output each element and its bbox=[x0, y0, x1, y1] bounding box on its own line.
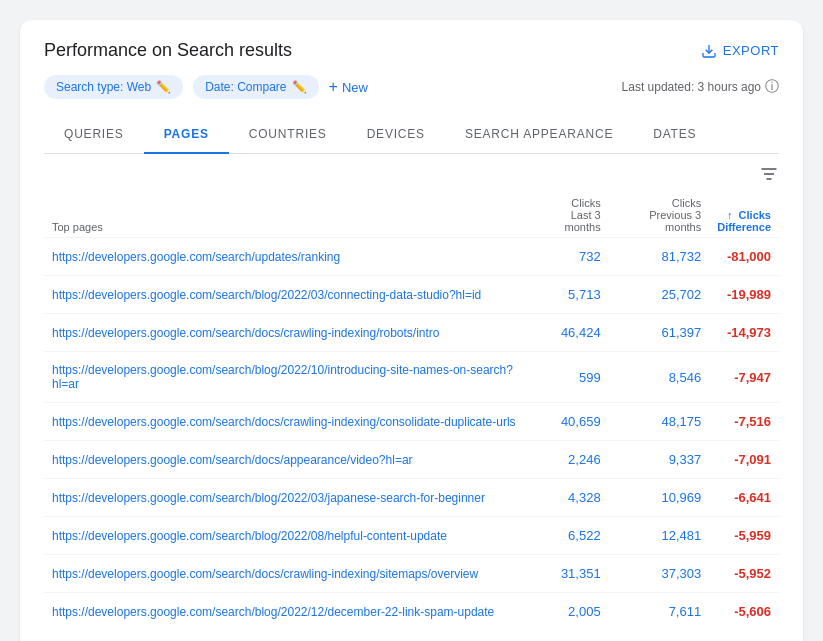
page-title: Performance on Search results bbox=[44, 40, 292, 61]
table-row: https://developers.google.com/search/doc… bbox=[44, 441, 779, 479]
cell-clicks-last: 46,424 bbox=[528, 314, 609, 352]
tab-queries[interactable]: QUERIES bbox=[44, 115, 144, 153]
cell-clicks-prev: 61,397 bbox=[609, 314, 710, 352]
cell-clicks-prev: 12,481 bbox=[609, 517, 710, 555]
table-row: https://developers.google.com/search/doc… bbox=[44, 555, 779, 593]
date-label: Date: Compare bbox=[205, 80, 286, 94]
search-type-filter[interactable]: Search type: Web ✏️ bbox=[44, 75, 183, 99]
cell-diff: -5,959 bbox=[709, 517, 779, 555]
col-header-clicks-prev: Clicks Previous 3 months bbox=[609, 193, 710, 238]
cell-clicks-last: 732 bbox=[528, 238, 609, 276]
cell-clicks-prev: 81,732 bbox=[609, 238, 710, 276]
cell-clicks-last: 2,005 bbox=[528, 593, 609, 631]
cell-diff: -7,516 bbox=[709, 403, 779, 441]
column-filter-icon[interactable] bbox=[759, 164, 779, 189]
cell-url[interactable]: https://developers.google.com/search/blo… bbox=[44, 517, 528, 555]
col-header-clicks-last: Clicks Last 3 months bbox=[528, 193, 609, 238]
search-type-label: Search type: Web bbox=[56, 80, 151, 94]
cell-clicks-last: 4,328 bbox=[528, 479, 609, 517]
cell-url[interactable]: https://developers.google.com/search/doc… bbox=[44, 441, 528, 479]
cell-clicks-prev: 7,611 bbox=[609, 593, 710, 631]
cell-diff: -7,947 bbox=[709, 352, 779, 403]
cell-clicks-last: 5,713 bbox=[528, 276, 609, 314]
tabs-row: QUERIES PAGES COUNTRIES DEVICES SEARCH A… bbox=[44, 115, 779, 154]
info-icon: ⓘ bbox=[765, 78, 779, 96]
tab-countries[interactable]: COUNTRIES bbox=[229, 115, 347, 153]
cell-diff: -5,606 bbox=[709, 593, 779, 631]
table-row: https://developers.google.com/search/upd… bbox=[44, 238, 779, 276]
cell-clicks-last: 31,351 bbox=[528, 555, 609, 593]
tab-dates[interactable]: DATES bbox=[633, 115, 716, 153]
cell-url[interactable]: https://developers.google.com/search/blo… bbox=[44, 593, 528, 631]
cell-url[interactable]: https://developers.google.com/search/doc… bbox=[44, 314, 528, 352]
edit-date-icon: ✏️ bbox=[292, 80, 307, 94]
cell-clicks-last: 6,522 bbox=[528, 517, 609, 555]
tab-devices[interactable]: DEVICES bbox=[347, 115, 445, 153]
cell-clicks-prev: 25,702 bbox=[609, 276, 710, 314]
cell-url[interactable]: https://developers.google.com/search/doc… bbox=[44, 555, 528, 593]
table-row: https://developers.google.com/search/blo… bbox=[44, 479, 779, 517]
data-table: Top pages Clicks Last 3 months Clicks Pr… bbox=[44, 193, 779, 630]
export-icon bbox=[701, 43, 717, 59]
cell-url[interactable]: https://developers.google.com/search/doc… bbox=[44, 403, 528, 441]
last-updated: Last updated: 3 hours ago ⓘ bbox=[622, 78, 779, 96]
edit-search-type-icon: ✏️ bbox=[156, 80, 171, 94]
main-panel: Performance on Search results EXPORT Sea… bbox=[20, 20, 803, 641]
cell-diff: -19,989 bbox=[709, 276, 779, 314]
cell-diff: -5,952 bbox=[709, 555, 779, 593]
col-header-page: Top pages bbox=[44, 193, 528, 238]
cell-url[interactable]: https://developers.google.com/search/upd… bbox=[44, 238, 528, 276]
date-filter[interactable]: Date: Compare ✏️ bbox=[193, 75, 318, 99]
cell-clicks-prev: 8,546 bbox=[609, 352, 710, 403]
cell-clicks-prev: 37,303 bbox=[609, 555, 710, 593]
filter-icon-row bbox=[44, 154, 779, 193]
tab-pages[interactable]: PAGES bbox=[144, 115, 229, 153]
cell-clicks-last: 40,659 bbox=[528, 403, 609, 441]
table-row: https://developers.google.com/search/blo… bbox=[44, 352, 779, 403]
cell-diff: -81,000 bbox=[709, 238, 779, 276]
col-header-diff: ↑ Clicks Difference bbox=[709, 193, 779, 238]
table-row: https://developers.google.com/search/blo… bbox=[44, 276, 779, 314]
cell-url[interactable]: https://developers.google.com/search/blo… bbox=[44, 276, 528, 314]
table-row: https://developers.google.com/search/doc… bbox=[44, 403, 779, 441]
tab-search-appearance[interactable]: SEARCH APPEARANCE bbox=[445, 115, 633, 153]
cell-url[interactable]: https://developers.google.com/search/blo… bbox=[44, 479, 528, 517]
new-filter-button[interactable]: + New bbox=[329, 78, 368, 96]
table-row: https://developers.google.com/search/blo… bbox=[44, 593, 779, 631]
cell-url[interactable]: https://developers.google.com/search/blo… bbox=[44, 352, 528, 403]
cell-clicks-prev: 10,969 bbox=[609, 479, 710, 517]
cell-clicks-prev: 48,175 bbox=[609, 403, 710, 441]
pagination-row: Rows per page: 10 25 50 1-10 of 1147 ‹ › bbox=[44, 630, 779, 641]
top-bar: Performance on Search results EXPORT bbox=[44, 40, 779, 61]
cell-clicks-last: 2,246 bbox=[528, 441, 609, 479]
cell-clicks-last: 599 bbox=[528, 352, 609, 403]
cell-diff: -14,973 bbox=[709, 314, 779, 352]
cell-clicks-prev: 9,337 bbox=[609, 441, 710, 479]
filters-row: Search type: Web ✏️ Date: Compare ✏️ + N… bbox=[44, 75, 779, 99]
plus-icon: + bbox=[329, 78, 338, 96]
table-row: https://developers.google.com/search/blo… bbox=[44, 517, 779, 555]
cell-diff: -7,091 bbox=[709, 441, 779, 479]
export-button[interactable]: EXPORT bbox=[701, 43, 779, 59]
cell-diff: -6,641 bbox=[709, 479, 779, 517]
sort-arrow-icon: ↑ bbox=[727, 209, 733, 221]
table-row: https://developers.google.com/search/doc… bbox=[44, 314, 779, 352]
